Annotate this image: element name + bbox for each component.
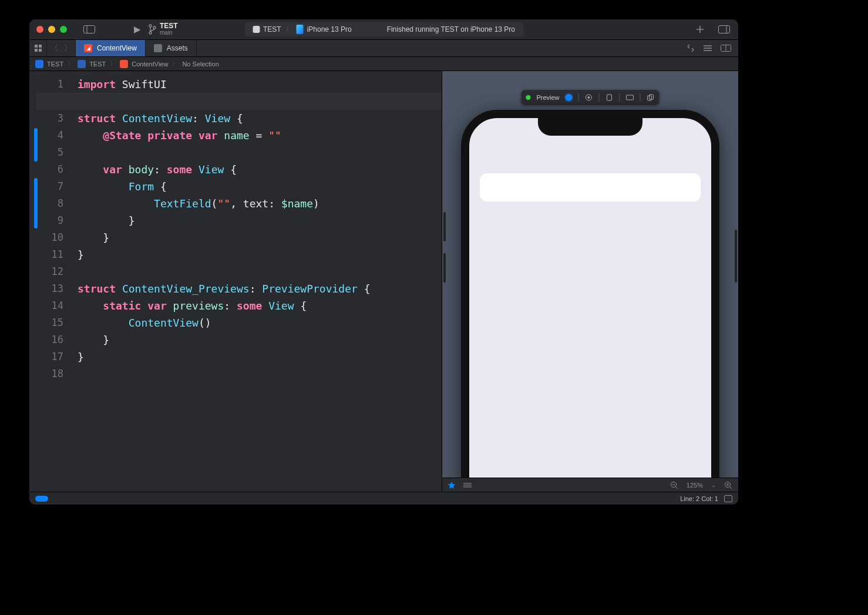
adjust-editor-button[interactable] (721, 45, 731, 52)
close-window-button[interactable] (36, 26, 43, 33)
app-badge-icon (35, 60, 43, 68)
svg-rect-21 (627, 95, 634, 100)
preview-duplicate-button[interactable] (647, 93, 655, 102)
chevron-right-icon: 〉 (68, 60, 73, 68)
device-power-button (735, 230, 737, 283)
swift-file-icon: ◢ (84, 44, 92, 52)
line-number-gutter: 123456789101112131415161718 (36, 71, 69, 492)
svg-point-3 (149, 32, 152, 34)
code-area[interactable]: import SwiftUI struct ContentView: View … (69, 71, 442, 382)
chevron-right-icon: 〉 (172, 60, 178, 68)
svg-rect-11 (35, 49, 38, 52)
svg-rect-9 (35, 45, 38, 48)
status-bar: Line: 2 Col: 1 (29, 492, 738, 505)
app-icon (253, 26, 260, 33)
library-button[interactable] (696, 25, 704, 33)
scheme-app-name: TEST (263, 25, 281, 33)
device-side-button (443, 212, 446, 241)
change-gutter (29, 71, 36, 492)
folder-icon (78, 60, 86, 68)
zoom-window-button[interactable] (60, 26, 67, 33)
device-side-button (443, 253, 446, 283)
breadcrumb-file: ContentView (132, 61, 168, 68)
canvas-preview: Preview (442, 71, 738, 492)
preview-label: Preview (536, 94, 559, 101)
breadcrumb-app: TEST (47, 61, 63, 68)
svg-point-2 (149, 25, 152, 27)
svg-rect-7 (719, 26, 730, 33)
branch-icon (148, 24, 156, 35)
scheme-device-name: iPhone 13 Pro (307, 25, 352, 33)
toggle-minimap-button[interactable] (724, 495, 732, 502)
variants-button[interactable] (605, 93, 614, 102)
window-controls (36, 26, 67, 33)
titlebar: ▶ TEST main TEST 〉 iPhone 13 Pro Finishe… (29, 19, 738, 40)
breadcrumb-selection: No Selection (182, 61, 218, 68)
device-settings-button[interactable] (626, 93, 634, 102)
selectable-mode-button[interactable] (585, 93, 593, 102)
tab-assets[interactable]: Assets (146, 40, 197, 56)
toggle-inspector-button[interactable] (717, 24, 731, 35)
editor-options-button[interactable] (703, 45, 712, 52)
svg-line-28 (675, 486, 678, 489)
svg-rect-10 (39, 45, 42, 48)
device-notch (538, 117, 642, 136)
form-textfield-cell[interactable] (480, 173, 701, 201)
pin-preview-button[interactable] (448, 482, 455, 489)
build-status-text: Finished running TEST on iPhone 13 Pro (387, 25, 515, 33)
minimize-window-button[interactable] (48, 26, 55, 33)
chevron-right-icon: 〉 (286, 25, 292, 33)
chevron-right-icon: 〉 (110, 60, 116, 68)
cursor-position: Line: 2 Col: 1 (680, 495, 718, 502)
related-items-button[interactable] (29, 40, 47, 56)
simulator-icon (297, 25, 304, 34)
preview-bottom-bar: 125% ⌄ (442, 478, 738, 492)
live-preview-button[interactable] (566, 94, 573, 101)
main-split: 123456789101112131415161718 import Swift… (29, 71, 738, 492)
assets-file-icon (154, 44, 162, 52)
toggle-navigator-button[interactable] (82, 24, 96, 35)
tab-bar: 〈 〉 ◢ ContentView Assets (29, 40, 738, 57)
tab-label: ContentView (97, 44, 137, 52)
code-editor[interactable]: 123456789101112131415161718 import Swift… (29, 71, 442, 492)
branch-name: main (160, 30, 178, 36)
preview-settings-button[interactable] (463, 482, 472, 488)
svg-point-19 (588, 97, 590, 99)
tab-contentview[interactable]: ◢ ContentView (76, 40, 146, 56)
jump-bar[interactable]: TEST 〉 TEST 〉 ContentView 〉 No Selection (29, 57, 738, 71)
tab-label: Assets (167, 44, 188, 52)
svg-rect-0 (84, 26, 95, 33)
swift-file-icon (120, 60, 128, 68)
svg-rect-20 (607, 95, 612, 100)
nav-back-button[interactable]: 〈 (51, 43, 58, 53)
run-button[interactable]: ▶ (134, 24, 141, 35)
scheme-status-pill[interactable]: TEST 〉 iPhone 13 Pro Finished running TE… (244, 22, 523, 36)
zoom-level[interactable]: 125% (687, 482, 703, 489)
nav-forward-button[interactable]: 〉 (64, 43, 72, 53)
svg-line-31 (730, 486, 732, 489)
preview-status-dot (526, 95, 530, 100)
svg-point-4 (153, 26, 156, 29)
breadcrumb-folder: TEST (89, 61, 106, 68)
preview-toolbar: Preview (521, 90, 659, 105)
zoom-in-button[interactable] (724, 481, 732, 489)
source-control-branch[interactable]: TEST main (148, 22, 178, 36)
xcode-window: ▶ TEST main TEST 〉 iPhone 13 Pro Finishe… (29, 19, 738, 505)
simulator-frame (461, 110, 719, 492)
svg-rect-12 (39, 49, 42, 52)
zoom-out-button[interactable] (670, 481, 678, 489)
debug-indicator[interactable] (35, 496, 48, 502)
refresh-icon[interactable] (687, 44, 695, 52)
zoom-dropdown-chevron[interactable]: ⌄ (711, 482, 716, 488)
